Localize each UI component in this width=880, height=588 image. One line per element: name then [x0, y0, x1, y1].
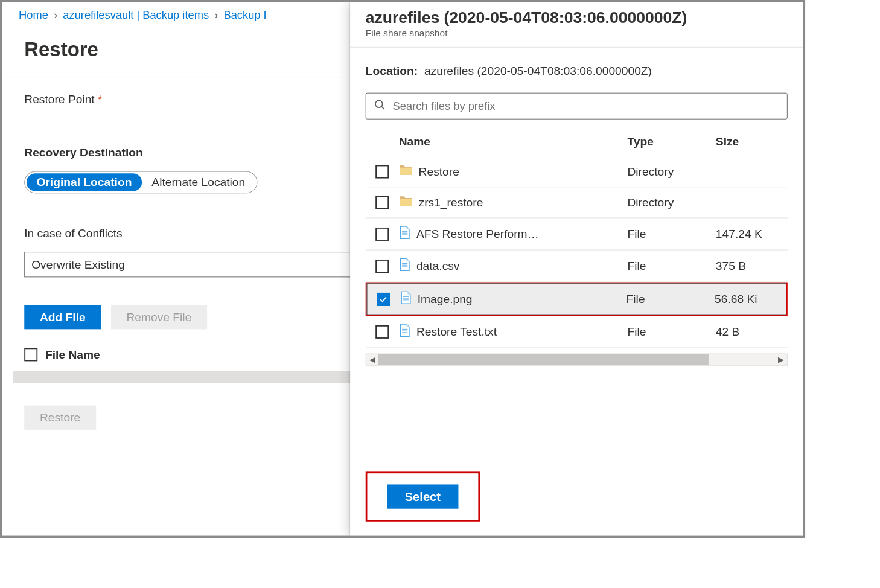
- column-header-size[interactable]: Size: [716, 135, 788, 148]
- file-name-header: File Name: [45, 348, 100, 361]
- file-icon: [399, 226, 411, 242]
- file-size: 375 B: [716, 260, 788, 273]
- recovery-destination-toggle: Original Location Alternate Location: [24, 171, 257, 194]
- column-header-name[interactable]: Name: [399, 135, 628, 148]
- add-file-button[interactable]: Add File: [24, 305, 101, 329]
- file-type: File: [627, 260, 715, 273]
- row-checkbox[interactable]: [375, 325, 389, 338]
- file-size: 147.24 K: [716, 228, 788, 241]
- row-checkbox[interactable]: [377, 292, 390, 305]
- breadcrumb-vault[interactable]: azurefilesvault | Backup items: [63, 9, 209, 22]
- svg-line-1: [381, 106, 384, 109]
- scroll-left-icon[interactable]: ◀: [366, 355, 378, 364]
- panel-subtitle: File share snapshot: [366, 28, 788, 39]
- file-size: 42 B: [716, 325, 788, 338]
- row-checkbox[interactable]: [375, 260, 389, 273]
- row-checkbox[interactable]: [375, 165, 389, 178]
- scroll-right-icon[interactable]: ▶: [775, 355, 787, 364]
- table-row[interactable]: Restore Test.txtFile42 B: [366, 316, 788, 348]
- breadcrumb-partial[interactable]: Backup I: [223, 9, 266, 22]
- table-row[interactable]: RestoreDirectory: [366, 156, 788, 187]
- file-name: Restore: [419, 165, 459, 178]
- file-icon: [399, 324, 411, 340]
- file-icon: [399, 258, 411, 274]
- folder-icon: [399, 164, 413, 179]
- file-type: File: [627, 292, 715, 305]
- search-files-input[interactable]: [366, 93, 788, 120]
- file-name: Image.png: [418, 292, 473, 305]
- search-icon: [374, 99, 386, 113]
- location-line: Location: azurefiles (2020-05-04T08:03:0…: [366, 64, 788, 77]
- svg-point-0: [375, 100, 383, 107]
- file-type: File: [627, 228, 715, 241]
- row-checkbox[interactable]: [375, 228, 389, 241]
- select-button[interactable]: Select: [387, 484, 458, 508]
- restore-button[interactable]: Restore: [24, 406, 96, 430]
- table-row[interactable]: Image.pngFile56.68 Ki: [366, 283, 788, 316]
- column-header-type[interactable]: Type: [627, 135, 715, 148]
- scrollbar-horizontal[interactable]: ◀ ▶: [366, 354, 788, 366]
- row-checkbox[interactable]: [375, 196, 389, 209]
- restore-point-label: Restore Point *: [24, 93, 102, 106]
- pill-alternate-location[interactable]: Alternate Location: [142, 173, 255, 191]
- select-all-files-checkbox[interactable]: [24, 348, 37, 361]
- file-size: 56.68 Ki: [715, 292, 786, 305]
- pill-original-location[interactable]: Original Location: [27, 173, 142, 191]
- chevron-right-icon: ›: [214, 9, 218, 22]
- folder-icon: [399, 195, 413, 210]
- file-name: AFS Restore Perform…: [416, 228, 539, 241]
- highlight-box: Select: [366, 471, 480, 521]
- table-row[interactable]: zrs1_restoreDirectory: [366, 187, 788, 218]
- file-table: Name Type Size RestoreDirectoryzrs1_rest…: [366, 127, 788, 348]
- file-picker-panel: azurefiles (2020-05-04T08:03:06.0000000Z…: [350, 2, 803, 536]
- file-name: zrs1_restore: [419, 196, 483, 209]
- table-row[interactable]: data.csvFile375 B: [366, 250, 788, 282]
- chevron-right-icon: ›: [54, 9, 57, 22]
- panel-title: azurefiles (2020-05-04T08:03:06.0000000Z…: [366, 9, 788, 27]
- file-icon: [400, 291, 412, 307]
- file-type: File: [627, 325, 715, 338]
- breadcrumb-home[interactable]: Home: [19, 9, 48, 22]
- file-type: Directory: [627, 165, 715, 178]
- remove-file-button[interactable]: Remove File: [111, 305, 207, 329]
- file-name: Restore Test.txt: [416, 325, 497, 338]
- file-name: data.csv: [416, 260, 460, 273]
- table-row[interactable]: AFS Restore Perform…File147.24 K: [366, 218, 788, 250]
- file-type: Directory: [627, 196, 715, 209]
- conflicts-dropdown[interactable]: Overwrite Existing: [24, 252, 356, 277]
